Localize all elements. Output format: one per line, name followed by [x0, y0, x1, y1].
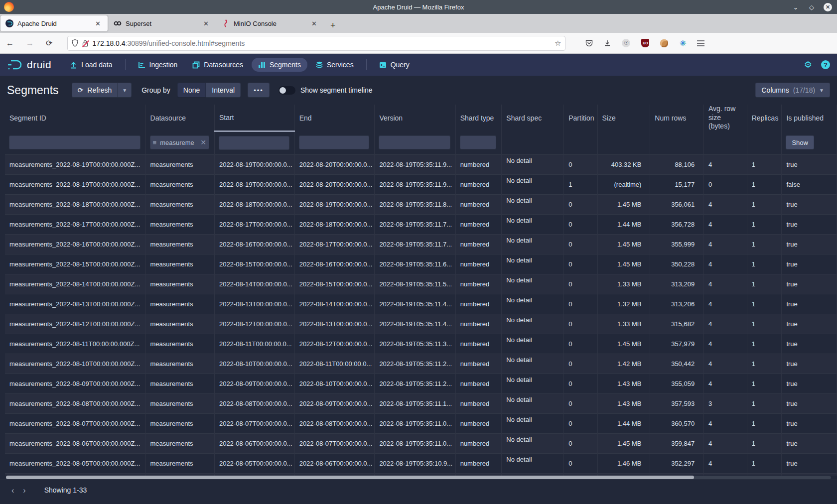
new-tab-button[interactable]: + [324, 20, 342, 33]
cell-shard-spec[interactable]: No detail [502, 314, 564, 334]
cell-replicas[interactable]: 1 [747, 393, 782, 413]
window-close-button[interactable]: ✕ [824, 3, 832, 11]
cell-version[interactable]: 2022-08-19T05:35:11.7... [375, 214, 455, 234]
cell-datasource[interactable]: measurements [145, 433, 214, 453]
cell-num-rows[interactable]: 359,847 [650, 433, 704, 453]
forward-button[interactable]: → [20, 37, 40, 50]
cell-is-published[interactable]: true [782, 234, 837, 254]
cell-replicas[interactable]: 1 [747, 413, 782, 433]
cell-avg-row-size-bytes-[interactable]: 4 [704, 413, 747, 433]
cell-is-published[interactable]: true [782, 374, 837, 393]
cell-shard-type[interactable]: numbered [455, 413, 502, 433]
cell-avg-row-size-bytes-[interactable]: 4 [704, 194, 747, 214]
column-header-partition[interactable]: Partition [564, 105, 597, 131]
cell-is-published[interactable]: true [782, 334, 837, 354]
cell-avg-row-size-bytes-[interactable]: 4 [704, 354, 747, 374]
group-by-interval-button[interactable]: Interval [206, 83, 241, 98]
cell-num-rows[interactable]: 356,061 [650, 194, 704, 214]
cell-size[interactable]: 1.42 MB [597, 354, 650, 374]
cell-shard-spec[interactable]: No detail [502, 433, 564, 453]
cell-partition[interactable]: 0 [564, 314, 597, 334]
cell-shard-type[interactable]: numbered [455, 354, 502, 374]
cell-datasource[interactable]: measurements [145, 174, 214, 194]
cell-partition[interactable]: 0 [564, 154, 597, 174]
cell-is-published[interactable]: false [782, 174, 837, 194]
cell-replicas[interactable]: 1 [747, 274, 782, 294]
cell-segment-id[interactable]: measurements_2022-08-14T00:00:00.000Z... [5, 274, 145, 294]
cell-is-published[interactable]: true [782, 453, 837, 473]
cell-num-rows[interactable]: 315,682 [650, 314, 704, 334]
column-header-datasource[interactable]: Datasource [145, 105, 214, 131]
more-options-button[interactable]: ••• [248, 83, 270, 98]
column-header-shard-spec[interactable]: Shard spec [502, 105, 564, 131]
tab-close-icon[interactable]: ✕ [309, 19, 319, 28]
cell-shard-type[interactable]: numbered [455, 453, 502, 473]
cell-datasource[interactable]: measurements [145, 234, 214, 254]
window-minimize-button[interactable]: ⌄ [792, 3, 800, 11]
cell-avg-row-size-bytes-[interactable]: 4 [704, 433, 747, 453]
cell-segment-id[interactable]: measurements_2022-08-12T00:00:00.000Z... [5, 314, 145, 334]
cell-shard-spec[interactable]: No detail [502, 274, 564, 294]
cell-replicas[interactable]: 1 [747, 374, 782, 393]
cell-end[interactable]: 2022-08-20T00:00:00.0... [294, 154, 375, 174]
cell-partition[interactable]: 1 [564, 174, 597, 194]
cell-start[interactable]: 2022-08-12T00:00:00.0... [214, 314, 294, 334]
cell-avg-row-size-bytes-[interactable]: 0 [704, 174, 747, 194]
cell-partition[interactable]: 0 [564, 194, 597, 214]
cell-shard-spec[interactable]: No detail [502, 334, 564, 354]
cell-is-published[interactable]: true [782, 413, 837, 433]
cell-shard-spec[interactable]: No detail [502, 234, 564, 254]
menu-hamburger-icon[interactable] [697, 40, 704, 46]
bookmark-star-icon[interactable]: ☆ [555, 39, 561, 48]
cell-datasource[interactable]: measurements [145, 274, 214, 294]
cell-version[interactable]: 2022-08-19T05:35:11.7... [375, 234, 455, 254]
column-header-shard-type[interactable]: Shard type [455, 105, 502, 131]
cell-end[interactable]: 2022-08-16T00:00:00.0... [294, 254, 375, 274]
nav-item-ingestion[interactable]: Ingestion [132, 58, 184, 72]
cell-datasource[interactable]: measurements [145, 314, 214, 334]
cell-replicas[interactable]: 1 [747, 154, 782, 174]
cell-shard-spec[interactable]: No detail [502, 254, 564, 274]
cell-datasource[interactable]: measurements [145, 294, 214, 314]
cell-partition[interactable]: 0 [564, 374, 597, 393]
cell-datasource[interactable]: measurements [145, 453, 214, 473]
cell-version[interactable]: 2022-08-19T05:35:11.4... [375, 294, 455, 314]
cell-shard-type[interactable]: numbered [455, 374, 502, 393]
cell-datasource[interactable]: measurements [145, 334, 214, 354]
cell-partition[interactable]: 0 [564, 453, 597, 473]
cell-shard-type[interactable]: numbered [455, 154, 502, 174]
cell-avg-row-size-bytes-[interactable]: 4 [704, 214, 747, 234]
cell-num-rows[interactable]: 15,177 [650, 174, 704, 194]
cell-replicas[interactable]: 1 [747, 234, 782, 254]
cell-is-published[interactable]: true [782, 154, 837, 174]
cell-end[interactable]: 2022-08-14T00:00:00.0... [294, 294, 375, 314]
cell-replicas[interactable]: 1 [747, 294, 782, 314]
cell-shard-type[interactable]: numbered [455, 314, 502, 334]
multicolor-asterisk-icon[interactable]: ✳ [679, 38, 686, 48]
cell-end[interactable]: 2022-08-07T00:00:00.0... [294, 433, 375, 453]
cell-start[interactable]: 2022-08-08T00:00:00.0... [214, 393, 294, 413]
cell-start[interactable]: 2022-08-14T00:00:00.0... [214, 274, 294, 294]
cell-shard-spec[interactable]: No detail [502, 194, 564, 214]
cell-datasource[interactable]: measurements [145, 254, 214, 274]
cell-start[interactable]: 2022-08-11T00:00:00.0... [214, 334, 294, 354]
datasource-filter-input[interactable]: ≡measureme✕ [150, 135, 209, 149]
cell-version[interactable]: 2022-08-19T05:35:11.2... [375, 374, 455, 393]
ublock-shield-icon[interactable]: UO [641, 39, 649, 47]
cell-datasource[interactable]: measurements [145, 154, 214, 174]
pagination-next-button[interactable]: › [18, 486, 30, 495]
cell-shard-spec[interactable]: No detail [502, 374, 564, 393]
cell-segment-id[interactable]: measurements_2022-08-17T00:00:00.000Z... [5, 214, 145, 234]
cell-start[interactable]: 2022-08-18T00:00:00.0... [214, 194, 294, 214]
cell-start[interactable]: 2022-08-15T00:00:00.0... [214, 254, 294, 274]
cell-is-published[interactable]: true [782, 433, 837, 453]
cell-segment-id[interactable]: measurements_2022-08-19T00:00:00.000Z... [5, 174, 145, 194]
cell-shard-type[interactable]: numbered [455, 294, 502, 314]
cell-datasource[interactable]: measurements [145, 393, 214, 413]
cell-segment-id[interactable]: measurements_2022-08-06T00:00:00.000Z... [5, 433, 145, 453]
help-icon[interactable]: ? [821, 60, 830, 69]
cell-partition[interactable]: 0 [564, 274, 597, 294]
nav-item-segments[interactable]: Segments [252, 58, 307, 72]
cell-segment-id[interactable]: measurements_2022-08-10T00:00:00.000Z... [5, 354, 145, 374]
cell-size[interactable]: (realtime) [597, 174, 650, 194]
